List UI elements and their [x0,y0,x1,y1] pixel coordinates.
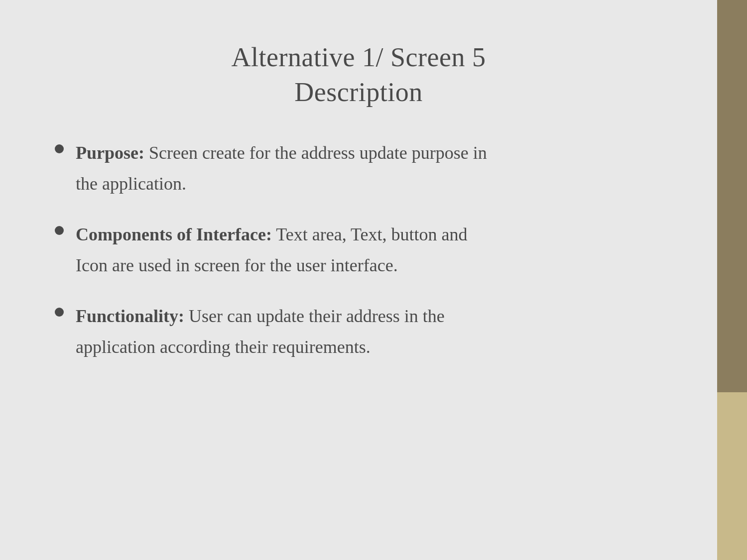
components-label: Components of Interface: [76,224,272,244]
sidebar-top [717,0,747,392]
purpose-label: Purpose: [76,143,144,163]
components-continuation: Icon are used in screen for the user int… [55,252,677,279]
bullet-row: Purpose: Screen create for the address u… [55,139,677,166]
purpose-continuation: the application. [55,170,677,197]
bullet-dot [55,308,64,317]
title-line2: Description [294,77,422,107]
slide-title: Alternative 1/ Screen 5 Description [40,40,677,110]
right-sidebar [717,0,747,560]
title-section: Alternative 1/ Screen 5 Description [40,30,677,110]
bullet-row: Functionality: User can update their add… [55,303,677,330]
bullet-dot [55,226,64,235]
list-item: Components of Interface: Text area, Text… [55,221,677,279]
purpose-text1: Screen create for the address update pur… [144,143,487,163]
bullet-list: Purpose: Screen create for the address u… [55,139,677,384]
components-text1: Text area, Text, button and [272,224,468,244]
sidebar-bottom [717,392,747,560]
bullet-row: Components of Interface: Text area, Text… [55,221,677,248]
list-item: Purpose: Screen create for the address u… [55,139,677,197]
bullet-text-components: Components of Interface: Text area, Text… [76,221,677,248]
list-item: Functionality: User can update their add… [55,303,677,360]
bullet-text-purpose: Purpose: Screen create for the address u… [76,139,677,166]
functionality-text1: User can update their address in the [184,306,445,326]
title-line1: Alternative 1/ Screen 5 [232,42,486,72]
functionality-label: Functionality: [76,306,184,326]
bullet-text-functionality: Functionality: User can update their add… [76,303,677,330]
functionality-continuation: application according their requirements… [55,334,677,360]
bullet-dot [55,144,64,153]
main-content: Alternative 1/ Screen 5 Description Purp… [0,0,717,560]
